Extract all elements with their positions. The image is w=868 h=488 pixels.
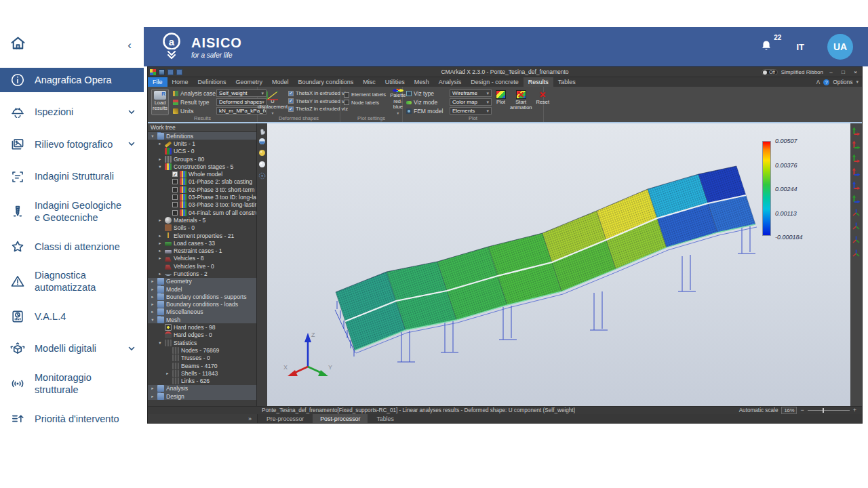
notifications-button[interactable]: 22 xyxy=(760,39,773,56)
view-minus-y-icon[interactable] xyxy=(852,167,861,176)
sidebar-item-modelli-digitali[interactable]: Modelli digitali xyxy=(0,337,144,361)
load-results-button[interactable]: Load results xyxy=(151,89,169,115)
worktree-item[interactable]: ▾Definitions xyxy=(148,132,256,140)
tree-checkbox[interactable] xyxy=(172,210,178,216)
tree-checkbox[interactable] xyxy=(172,179,178,184)
open-window-icon[interactable] xyxy=(176,69,182,75)
worktree-item[interactable]: 02-Phase 3 t0: short-term loads xyxy=(148,186,256,193)
expand-icon[interactable]: ▸ xyxy=(157,218,163,223)
bottom-tab-post-processor[interactable]: Post-processor xyxy=(313,414,368,423)
expand-icon[interactable]: ▸ xyxy=(157,233,163,239)
view-iso-3-icon[interactable] xyxy=(852,235,861,244)
sidebar-item-priorit-d-intervento[interactable]: Priorità d'intervento xyxy=(0,407,144,431)
worktree-item[interactable]: ▸Restraint cases - 1 xyxy=(148,247,256,254)
tree-checkbox[interactable] xyxy=(172,195,178,200)
ribbon-tab-boundary-conditions[interactable]: Boundary conditions xyxy=(294,77,359,87)
tree-checkbox[interactable] xyxy=(172,202,178,207)
worktree-item[interactable]: ▾Construction stages - 5 xyxy=(148,163,256,170)
collapse-icon[interactable]: ▾ xyxy=(150,134,155,139)
expand-icon[interactable]: ▸ xyxy=(165,371,170,376)
collapse-icon[interactable]: ▾ xyxy=(157,164,163,169)
move-cross-icon[interactable] xyxy=(258,172,266,180)
orbit-icon[interactable] xyxy=(258,138,266,145)
scale-minus-button[interactable]: − xyxy=(800,407,804,413)
worktree-item[interactable]: ▸Design xyxy=(148,392,256,400)
worktree-item[interactable]: 01-Phase 2: slab casting xyxy=(148,178,256,186)
help-icon[interactable]: ? xyxy=(823,79,829,85)
scale-slider[interactable] xyxy=(808,410,850,411)
scale-plus-button[interactable]: + xyxy=(853,407,856,413)
scale-slider-thumb[interactable] xyxy=(823,408,824,413)
view-plus-z-icon[interactable] xyxy=(852,181,861,190)
minimize-button[interactable]: – xyxy=(827,68,835,76)
ribbon-tab-results[interactable]: Results xyxy=(524,77,553,87)
worktree-item[interactable]: Soils - 0 xyxy=(148,224,256,232)
reset-button[interactable]: Reset xyxy=(536,89,550,115)
sidebar-item-classi-di-attenzione[interactable]: Classi di attenzione xyxy=(0,235,144,259)
view-iso-1-icon[interactable] xyxy=(852,208,861,217)
field-value-dropdown[interactable]: Color map▾ xyxy=(450,98,492,106)
sidebar-item-ispezioni[interactable]: Ispezioni xyxy=(0,100,144,125)
tree-checkbox[interactable]: ✓ xyxy=(172,171,178,177)
ribbon-tab-mesh[interactable]: Mesh xyxy=(410,77,434,87)
expand-icon[interactable]: ▸ xyxy=(157,141,163,146)
worktree-item[interactable]: Vehicles live - 0 xyxy=(148,262,256,270)
collapse-icon[interactable]: ▾ xyxy=(150,317,155,323)
chevron-down-icon[interactable] xyxy=(127,106,136,119)
worktree-item[interactable]: ▸Miscellaneous xyxy=(148,308,256,316)
scale-value[interactable]: 16% xyxy=(781,407,797,414)
checkbox-element-labels[interactable]: Element labels xyxy=(344,92,386,98)
checkbox-thetaz-in-extruded-viz[interactable]: ✓ThetaZ in extruded viz xyxy=(288,106,349,112)
sphere-icon[interactable] xyxy=(258,161,266,168)
worktree-item[interactable]: Links - 626 xyxy=(148,378,256,385)
close-button[interactable]: × xyxy=(851,68,860,76)
ribbon-tab-definitions[interactable]: Definitions xyxy=(193,77,231,87)
expand-icon[interactable]: ▸ xyxy=(150,394,155,399)
zoom-sphere-icon[interactable] xyxy=(258,149,266,157)
checkbox-box[interactable]: ✓ xyxy=(288,91,294,96)
ribbon-tab-tables[interactable]: Tables xyxy=(553,77,580,87)
restore-button[interactable]: □ xyxy=(839,68,848,76)
worktree-expand-more[interactable]: » xyxy=(148,414,258,423)
checkbox-box[interactable]: ✓ xyxy=(288,98,294,104)
sidebar-item-rilievo-fotografico[interactable]: Rilievo fotografico xyxy=(0,132,144,157)
worktree-item[interactable]: ▸Boundary conditions - supports xyxy=(148,293,256,300)
expand-icon[interactable]: ▸ xyxy=(157,157,163,162)
ribbon-tab-home[interactable]: Home xyxy=(167,77,193,87)
sidebar-item-anagrafica-opera[interactable]: Anagrafica Opera xyxy=(0,68,144,92)
expand-icon[interactable]: ▸ xyxy=(150,309,155,314)
worktree-item[interactable]: ▸Geometry xyxy=(148,278,256,285)
ribbon-tab-design-concrete[interactable]: Design - concrete xyxy=(466,77,524,87)
language-selector[interactable]: IT xyxy=(796,42,804,52)
worktree-item[interactable]: ▸Analysis xyxy=(148,385,256,392)
worktree-item[interactable]: ✓Whole model xyxy=(148,170,256,178)
home-icon[interactable] xyxy=(9,34,27,55)
worktree-item[interactable]: ▾Statistics xyxy=(148,339,256,346)
view-plus-x-icon[interactable] xyxy=(852,127,861,136)
expand-icon[interactable]: ▸ xyxy=(150,279,155,284)
worktree-item[interactable]: ▸Units - 1 xyxy=(148,140,256,147)
new-window-icon[interactable] xyxy=(167,69,174,75)
worktree-item[interactable]: 04-Final: sum of all construction ph... xyxy=(148,209,256,216)
checkbox-thetay-in-extruded-viz[interactable]: ✓ThetaY in extruded viz xyxy=(288,98,349,104)
expand-icon[interactable]: ▸ xyxy=(150,386,155,391)
expand-icon[interactable]: ▸ xyxy=(157,256,163,261)
expand-icon[interactable]: ▸ xyxy=(157,248,163,253)
save-icon[interactable] xyxy=(159,69,165,75)
checkbox-box[interactable] xyxy=(344,92,349,98)
worktree-item[interactable]: 03-Phase 3 too: long-lasting loads xyxy=(148,201,256,209)
worktree-item[interactable]: ▸Element properties - 21 xyxy=(148,232,256,239)
worktree-item[interactable]: ▸Vehicles - 8 xyxy=(148,255,256,262)
worktree-item[interactable]: ▸Materials - 5 xyxy=(148,216,256,224)
view-iso-4-icon[interactable] xyxy=(852,249,861,258)
worktree-item[interactable]: UCS - 0 xyxy=(148,148,256,155)
collapse-ribbon-icon[interactable]: ᐱ xyxy=(816,79,820,85)
sidebar-item-monitoraggio-strutturale[interactable]: Monitoraggio strutturale xyxy=(0,369,144,399)
worktree-item[interactable]: Nodes - 76869 xyxy=(148,346,256,354)
ribbon-tab-geometry[interactable]: Geometry xyxy=(231,77,268,87)
view-minus-z-icon[interactable] xyxy=(852,195,861,203)
worktree-item[interactable]: ▸Shells - 11843 xyxy=(148,369,256,377)
sidebar-item-diagnostica-automatizzata[interactable]: Diagnostica automatizzata xyxy=(0,266,144,296)
worktree-item[interactable]: 03-Phase 3 too ID: long-lasting imp... xyxy=(148,193,256,201)
u-displacement-button[interactable]: U displacement ▾ xyxy=(261,89,284,115)
